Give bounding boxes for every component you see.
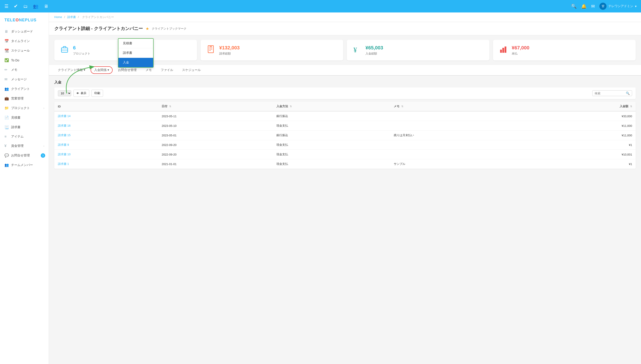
display-button[interactable]: 👁 表示 (74, 90, 89, 97)
print-label: 印刷 (94, 92, 100, 95)
bell-icon[interactable]: 🔔 (581, 4, 587, 9)
sidebar-label-memo: メモ (11, 68, 17, 72)
tab-schedule[interactable]: スケジュール (178, 65, 204, 76)
user-avatar: 管 (600, 3, 606, 10)
col-amount: 入金額 ⇅ (534, 102, 636, 111)
menu-icon[interactable]: ☰ (4, 4, 8, 9)
sidebar-label-message: メッセージ (11, 78, 27, 82)
bookmark-label[interactable]: クライアントブックマーク (152, 27, 186, 31)
sidebar-item-dashboard[interactable]: 🖥 ダッシュボード (0, 27, 49, 36)
user-badge[interactable]: 管 テレワンアドミン ▾ (600, 3, 636, 10)
tab-payment[interactable]: 入金関係 ▾ (90, 66, 112, 74)
stat-card-invoice[interactable]: ¥132,003 請求総額 (200, 40, 343, 60)
estimate-icon: 📄 (4, 116, 8, 120)
sidebar-item-memo[interactable]: ✏ メモ (0, 65, 49, 74)
sidebar-item-estimate[interactable]: 📄 見積書 (0, 113, 49, 122)
cell-date: 2023-05-01 (158, 130, 273, 140)
check-icon[interactable]: ✔ (14, 3, 18, 9)
stat-info-payment: ¥65,003 入金総額 (366, 45, 383, 56)
mail-icon[interactable]: ✉ (591, 4, 595, 9)
sidebar-item-finance[interactable]: ¥ 資金管理 › (0, 141, 49, 151)
svg-rect-8 (502, 48, 504, 53)
sort-memo-icon[interactable]: ⇅ (401, 105, 403, 108)
sidebar-label-dashboard: ダッシュボード (11, 30, 33, 34)
tab-client-info[interactable]: クライアント情報 ▾ (54, 65, 89, 76)
stat-info-invoice: ¥132,003 請求総額 (219, 45, 240, 56)
cell-id: 請求書 16 (54, 121, 158, 130)
finance-icon: ¥ (4, 144, 8, 148)
document-icon (206, 44, 216, 56)
sidebar-item-message[interactable]: ✉ メッセージ (0, 74, 49, 84)
sidebar-label-estimate: 見積書 (11, 116, 20, 120)
cell-method: 現金支払 (273, 150, 390, 159)
col-method: 入金方法 ⇅ (273, 102, 390, 111)
project-icon: 📁 (4, 106, 8, 110)
cell-date: 2022-09-20 (158, 150, 273, 159)
breadcrumb-home[interactable]: Home (54, 15, 62, 19)
cell-date: 2023-05-11 (158, 111, 273, 121)
sidebar-item-schedule[interactable]: 📆 スケジュール (0, 46, 49, 56)
sidebar-label-timeline: タイムライン (11, 39, 30, 43)
page-title: クライアント詳細 - クライアントカンパニー (54, 26, 143, 32)
invoice-icon: 📃 (4, 125, 8, 129)
col-id: ID (54, 102, 158, 111)
svg-rect-9 (504, 46, 506, 53)
sidebar-item-sales[interactable]: 💼 営業管理 (0, 94, 49, 103)
tab-file[interactable]: ファイル (157, 65, 177, 76)
dropdown-item-payment[interactable]: 入金 (118, 58, 153, 67)
users-icon[interactable]: 👥 (33, 4, 38, 9)
per-page-select[interactable]: 10 25 50 100 (58, 90, 71, 96)
cell-date: 2023-05-10 (158, 121, 273, 130)
finance-arrow-icon: › (44, 144, 44, 148)
svg-rect-7 (500, 50, 502, 53)
cell-amount: ¥1 (534, 140, 636, 150)
dropdown-item-estimate[interactable]: 見積書 (118, 39, 153, 48)
sales-icon: 💼 (4, 96, 8, 100)
user-name: テレワンアドミン (608, 4, 633, 8)
cell-id: 請求書 1 (54, 159, 158, 169)
sidebar-item-inquiry[interactable]: 💬 お問合せ管理 3 (0, 151, 49, 160)
table-row: 請求書 15 2023-05-01 銀行振込 残りは月末払い ¥11,000 (54, 130, 636, 140)
stat-card-unpaid[interactable]: ¥67,000 未払 (493, 40, 636, 60)
col-date: 日付 ⇅ (158, 102, 273, 111)
search-input[interactable] (595, 92, 626, 95)
cell-amount: ¥33,000 (534, 111, 636, 121)
cell-method: 銀行振込 (273, 130, 390, 140)
cell-method: 現金支払 (273, 140, 390, 150)
svg-text:¥: ¥ (354, 46, 357, 54)
cell-date: 2021-01-01 (158, 159, 273, 169)
sidebar-item-team[interactable]: 👥 チームメンバー (0, 160, 49, 170)
sidebar-item-timeline[interactable]: 📅 タイムライン (0, 36, 49, 46)
sidebar-label-invoice: 請求書 (11, 125, 20, 129)
sidebar: TELEONEPLUS 🖥 ダッシュボード 📅 タイムライン 📆 スケジュール … (0, 12, 49, 364)
cell-id: 請求書 14 (54, 111, 158, 121)
sort-method-icon[interactable]: ⇅ (290, 105, 292, 108)
breadcrumb-invoices[interactable]: 請求書 (67, 15, 76, 19)
sort-date-icon[interactable]: ⇅ (169, 105, 171, 108)
sidebar-item-invoice[interactable]: 📃 請求書 (0, 122, 49, 132)
dropdown-item-invoice[interactable]: 請求書 (118, 48, 153, 58)
sidebar-item-items[interactable]: ≡ アイテム (0, 132, 49, 141)
cell-id: 請求書 10 (54, 150, 158, 159)
sidebar-item-client[interactable]: 👥 クライアント (0, 84, 49, 94)
col-memo: メモ ⇅ (390, 102, 534, 111)
inbox-icon[interactable]: 🗂 (23, 4, 28, 9)
sort-amount-icon[interactable]: ⇅ (630, 105, 632, 108)
monitor-icon[interactable]: 🖥 (44, 4, 48, 9)
search-icon[interactable]: 🔍 (571, 4, 577, 9)
stat-value-invoice: ¥132,003 (219, 45, 240, 51)
payment-dropdown-menu: 見積書 請求書 入金 (118, 38, 154, 68)
section-header: 入金 (54, 80, 636, 85)
breadcrumb-client: クライアントカンパニー (82, 15, 114, 19)
bookmark-star-icon[interactable]: ★ (146, 26, 149, 31)
print-button[interactable]: 印刷 (92, 90, 103, 97)
breadcrumb-sep2: / (78, 15, 80, 19)
sidebar-label-client: クライアント (11, 87, 30, 91)
stat-card-payment[interactable]: ¥ ¥65,003 入金総額 (347, 40, 490, 60)
main-layout: TELEONEPLUS 🖥 ダッシュボード 📅 タイムライン 📆 スケジュール … (0, 12, 641, 364)
sidebar-item-todo[interactable]: ✅ To Do (0, 56, 49, 65)
sidebar-label-team: チームメンバー (11, 163, 33, 167)
sidebar-item-project[interactable]: 📁 プロジェクト › (0, 103, 49, 113)
sidebar-label-finance: 資金管理 (11, 144, 24, 148)
sidebar-label-schedule: スケジュール (11, 49, 30, 53)
